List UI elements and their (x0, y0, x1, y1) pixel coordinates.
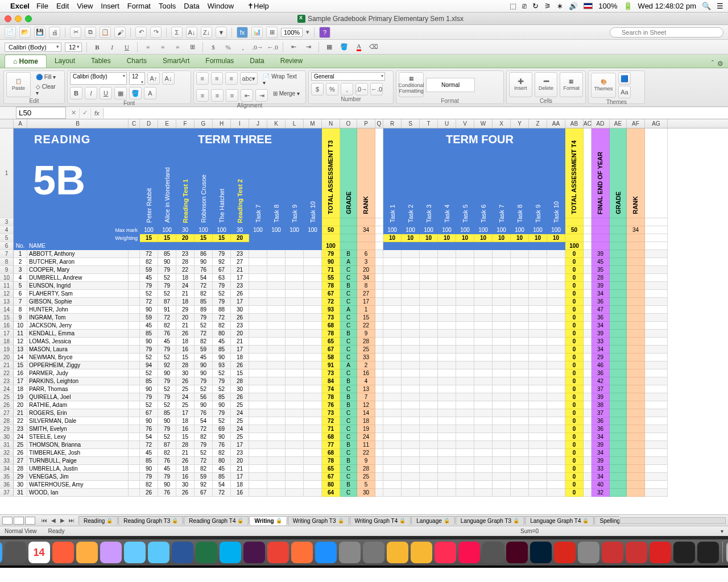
cell[interactable] (420, 338, 438, 346)
cell[interactable] (645, 282, 668, 290)
cell[interactable] (627, 250, 645, 258)
cell[interactable] (402, 361, 420, 369)
cell[interactable] (547, 457, 565, 465)
cell[interactable]: 93 (213, 361, 231, 369)
cell[interactable] (584, 385, 592, 393)
cell[interactable]: 68 (322, 322, 340, 330)
cell[interactable] (456, 369, 474, 377)
cell[interactable] (129, 481, 140, 489)
cell[interactable] (474, 377, 493, 385)
cell[interactable] (610, 377, 627, 385)
cell[interactable] (493, 393, 511, 401)
cell[interactable] (249, 314, 267, 322)
cell[interactable]: 82 (213, 449, 231, 457)
col-header-Z[interactable]: Z (529, 119, 547, 128)
cell[interactable] (547, 401, 565, 409)
cell[interactable] (610, 361, 627, 369)
student-name[interactable]: STEELE, Lexy (27, 433, 129, 441)
cell[interactable]: C (340, 385, 357, 393)
cell[interactable] (304, 465, 322, 473)
flag-icon[interactable] (584, 3, 593, 9)
cell[interactable]: 20 (14, 401, 27, 409)
cell[interactable] (267, 449, 286, 457)
cell[interactable] (584, 354, 592, 361)
cell[interactable] (547, 481, 565, 489)
cell[interactable] (249, 290, 267, 298)
cell[interactable]: 85 (213, 393, 231, 401)
cell[interactable] (402, 457, 420, 465)
sheet-tab[interactable]: Writing🔒 (249, 516, 287, 525)
cell[interactable]: 8 (357, 282, 375, 290)
cell[interactable]: C (340, 433, 357, 441)
cell[interactable]: 100 (249, 226, 267, 234)
cell[interactable]: 79 (213, 409, 231, 417)
cell[interactable] (474, 433, 493, 441)
cell[interactable]: 67 (213, 266, 231, 274)
cell[interactable] (627, 489, 645, 497)
cell[interactable] (267, 473, 286, 481)
cell[interactable]: 10 (493, 234, 511, 242)
cell[interactable]: 3 (14, 266, 27, 274)
cell[interactable] (304, 401, 322, 409)
cell[interactable]: 16 (357, 369, 375, 377)
cell[interactable]: 52 (140, 369, 158, 377)
cell[interactable] (627, 417, 645, 425)
cell[interactable]: 16 (176, 425, 195, 433)
cell[interactable]: 37 (592, 385, 610, 393)
cell[interactable] (627, 266, 645, 274)
cell[interactable]: 100 (267, 226, 286, 234)
cell[interactable] (286, 234, 304, 242)
cell[interactable] (493, 354, 511, 361)
cell[interactable]: 73 (322, 409, 340, 417)
cell[interactable]: 72 (158, 314, 176, 322)
cell[interactable] (474, 338, 493, 346)
cell[interactable]: C (340, 465, 357, 473)
wrap-text-button[interactable]: 📄 Wrap Text ▾ (260, 72, 303, 87)
cell[interactable]: 72 (140, 250, 158, 258)
cell[interactable] (547, 369, 565, 377)
cell[interactable]: 15 (14, 361, 27, 369)
cell[interactable] (645, 266, 668, 274)
student-name[interactable]: COOPER, Mary (27, 266, 129, 274)
cell[interactable]: 18 (231, 481, 249, 489)
cell[interactable]: 82 (158, 322, 176, 330)
cell[interactable] (529, 481, 547, 489)
undo-button[interactable]: ↶ (135, 27, 147, 38)
cell[interactable]: 100 (383, 226, 402, 234)
cell[interactable] (402, 449, 420, 457)
student-name[interactable]: LOMAS, Jessica (27, 338, 129, 346)
student-name[interactable]: DUMBRELL, Andrew (27, 274, 129, 282)
app-name[interactable]: Excel (10, 2, 30, 10)
cell[interactable] (474, 425, 493, 433)
cell[interactable]: 80 (322, 481, 340, 489)
cell[interactable] (249, 346, 267, 354)
bold-button[interactable]: B (92, 42, 103, 52)
col-header-G[interactable]: G (195, 119, 213, 128)
cell[interactable] (375, 250, 383, 258)
cell[interactable] (627, 449, 645, 457)
cell[interactable]: 34 (357, 226, 375, 234)
cell[interactable] (627, 401, 645, 409)
cell[interactable] (627, 314, 645, 322)
cell[interactable]: 50 (322, 226, 340, 234)
cell[interactable]: 8 (14, 306, 27, 314)
cell[interactable] (267, 417, 286, 425)
dock-photos-icon[interactable] (76, 542, 98, 563)
cell[interactable] (610, 274, 627, 282)
col-header-T[interactable]: T (420, 119, 438, 128)
cell[interactable] (286, 465, 304, 473)
cell[interactable] (610, 298, 627, 306)
cell[interactable] (383, 457, 402, 465)
ribbon-collapse-button[interactable]: ˆ (712, 60, 714, 68)
cell[interactable] (375, 409, 383, 417)
cell[interactable] (645, 322, 668, 330)
cell[interactable]: 30 (231, 226, 249, 234)
cell[interactable]: 6 (357, 250, 375, 258)
cell[interactable] (493, 433, 511, 441)
cell[interactable]: C (340, 346, 357, 354)
cell[interactable] (584, 314, 592, 322)
cell[interactable]: 100 (420, 226, 438, 234)
cell[interactable] (493, 346, 511, 354)
cell[interactable]: C (340, 369, 357, 377)
cell[interactable]: 45 (140, 449, 158, 457)
